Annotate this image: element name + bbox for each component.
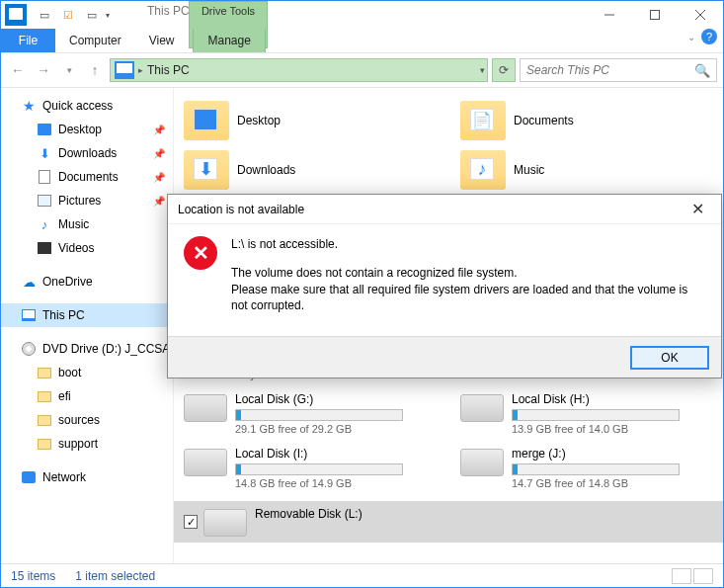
folder-icon (38, 368, 51, 378)
address-dropdown-icon[interactable]: ▾ (480, 65, 485, 75)
drive-free-label: 29.1 GB free of 29.2 GB (235, 423, 421, 435)
manage-tab[interactable]: Manage (193, 29, 265, 52)
sidebar-downloads[interactable]: ⬇Downloads📌 (1, 141, 173, 165)
close-button[interactable] (678, 1, 723, 29)
details-view-button[interactable] (672, 568, 691, 584)
maximize-button[interactable] (632, 1, 678, 29)
sidebar-item-label: Documents (58, 170, 119, 184)
quick-access-toolbar: ▭ ☑ ▭ ▾ (35, 5, 118, 25)
drive-j[interactable]: merge (J:) 14.7 GB free of 14.8 GB (460, 447, 697, 489)
item-label: Downloads (237, 163, 295, 177)
sidebar-this-pc[interactable]: This PC (1, 303, 173, 327)
drive-capacity-bar (512, 409, 680, 421)
folder-music[interactable]: ♪ Music (460, 145, 697, 195)
ok-button[interactable]: OK (630, 346, 709, 370)
address-bar[interactable]: ▸ This PC ▾ (110, 58, 488, 82)
drive-g[interactable]: Local Disk (G:) 29.1 GB free of 29.2 GB (184, 392, 421, 435)
music-icon: ♪ (37, 216, 52, 232)
sidebar-dvd[interactable]: DVD Drive (D:) J_CCSA (1, 337, 173, 361)
sidebar-item-label: Quick access (42, 99, 113, 113)
pin-icon: 📌 (153, 172, 165, 183)
sidebar-pictures[interactable]: Pictures📌 (1, 189, 173, 212)
sidebar-item-label: Videos (58, 241, 94, 255)
forward-button[interactable]: → (33, 59, 54, 81)
collapse-ribbon-icon[interactable]: ⌄ (687, 32, 695, 42)
sidebar-efi[interactable]: efi (1, 384, 173, 408)
drive-name: merge (J:) (512, 447, 697, 461)
app-icon[interactable] (5, 4, 27, 26)
qat-newfolder-icon[interactable]: ▭ (82, 5, 102, 25)
download-icon: ⬇ (37, 145, 52, 161)
sidebar-boot[interactable]: boot (1, 361, 173, 384)
thumbnails-view-button[interactable] (693, 568, 713, 584)
status-bar: 15 items 1 item selected (1, 563, 723, 587)
view-tab[interactable]: View (135, 29, 189, 52)
sidebar-desktop[interactable]: Desktop📌 (1, 118, 173, 141)
drive-icon (184, 394, 227, 422)
sidebar-quick-access[interactable]: ★Quick access (1, 94, 173, 118)
dialog-body-line: The volume does not contain a recognized… (231, 265, 705, 282)
folder-icon: 📄 (460, 101, 506, 140)
dialog-close-button[interactable]: ✕ (684, 200, 711, 218)
recent-locations-icon[interactable]: ▾ (58, 59, 80, 81)
sidebar-videos[interactable]: Videos (1, 236, 173, 260)
drive-h[interactable]: Local Disk (H:) 13.9 GB free of 14.0 GB (460, 392, 697, 435)
drive-capacity-bar (235, 463, 403, 475)
sidebar-onedrive[interactable]: ☁OneDrive (1, 270, 173, 294)
address-icon (115, 61, 134, 79)
folder-desktop[interactable]: Desktop (184, 96, 421, 145)
error-icon: ✕ (184, 236, 217, 270)
sidebar-item-label: OneDrive (42, 275, 93, 289)
drive-icon (460, 449, 504, 476)
sidebar-item-label: DVD Drive (D:) J_CCSA (42, 342, 170, 356)
refresh-button[interactable]: ⟳ (492, 58, 516, 82)
sidebar-support[interactable]: support (1, 432, 173, 456)
sidebar-documents[interactable]: Documents📌 (1, 165, 173, 189)
breadcrumb[interactable]: This PC (143, 63, 194, 77)
computer-tab[interactable]: Computer (55, 29, 135, 52)
folder-downloads[interactable]: ⬇ Downloads (184, 145, 421, 195)
disc-icon (22, 342, 36, 356)
star-icon: ★ (21, 98, 37, 114)
sidebar-network[interactable]: Network (1, 465, 173, 489)
back-button[interactable]: ← (7, 59, 29, 81)
drive-l-selected[interactable]: ✓ Removable Disk (L:) (174, 501, 723, 543)
sidebar-item-label: This PC (42, 308, 85, 322)
file-tab[interactable]: File (1, 29, 55, 52)
drive-free-label: 13.9 GB free of 14.0 GB (512, 423, 697, 435)
drive-icon (184, 449, 227, 476)
sidebar-music[interactable]: ♪Music (1, 212, 173, 236)
search-icon[interactable]: 🔍 (694, 63, 710, 78)
search-input[interactable] (526, 63, 694, 77)
sidebar-item-label: Music (58, 217, 89, 231)
help-icon[interactable]: ? (701, 29, 717, 44)
drive-name: Removable Disk (L:) (255, 507, 441, 521)
folder-icon (38, 415, 51, 426)
qat-dropdown-icon[interactable]: ▾ (106, 11, 118, 20)
folder-documents[interactable]: 📄 Documents (460, 96, 697, 145)
up-button[interactable]: ↑ (84, 59, 106, 81)
drive-capacity-bar (512, 463, 680, 475)
window-title: This PC (147, 1, 190, 18)
dialog-title: Location is not available (178, 203, 304, 216)
svg-rect-1 (651, 11, 660, 20)
sidebar-item-label: sources (58, 413, 100, 427)
desktop-icon (38, 124, 51, 135)
cloud-icon: ☁ (21, 274, 37, 290)
selection-checkbox[interactable]: ✓ (184, 515, 198, 529)
error-dialog: Location is not available ✕ ✕ L:\ is not… (167, 194, 722, 378)
qat-properties-icon[interactable]: ▭ (35, 5, 54, 25)
network-icon (22, 471, 36, 483)
qat-checkbox-icon[interactable]: ☑ (58, 5, 78, 25)
dialog-heading: L:\ is not accessible. (231, 236, 705, 253)
drive-name: Local Disk (I:) (235, 447, 421, 461)
sidebar-sources[interactable]: sources (1, 408, 173, 432)
item-count: 15 items (11, 569, 55, 583)
minimize-button[interactable] (587, 1, 632, 29)
drive-i[interactable]: Local Disk (I:) 14.8 GB free of 14.9 GB (184, 447, 421, 489)
drive-name: Local Disk (G:) (235, 392, 421, 406)
folder-icon (38, 439, 51, 450)
dialog-message: L:\ is not accessible. The volume does n… (231, 236, 705, 324)
search-box[interactable]: 🔍 (520, 58, 717, 82)
sidebar-item-label: Downloads (58, 146, 117, 160)
